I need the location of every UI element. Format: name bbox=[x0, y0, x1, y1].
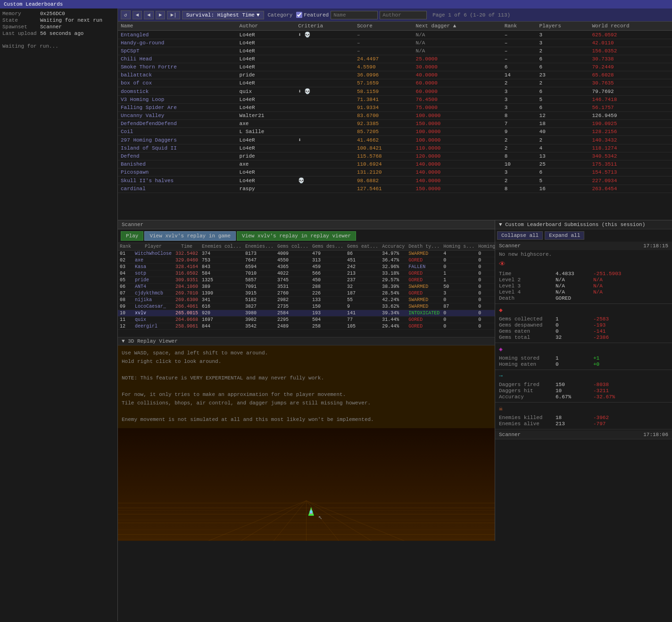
time-label: Time bbox=[499, 271, 556, 277]
cell-name: DefendDefendDefend bbox=[118, 120, 237, 128]
scores-col-homing-s[interactable]: Homing s... bbox=[441, 243, 476, 251]
name-input[interactable] bbox=[331, 11, 378, 19]
table-row[interactable]: 297 Homing Daggers Lo4eR ⬇ 41.4662 100.0… bbox=[118, 136, 672, 144]
replay-game-button[interactable]: View xvlv's replay in game bbox=[144, 231, 236, 241]
score-homing-e: 0 bbox=[476, 310, 495, 317]
scores-col-enemies[interactable]: Enemies... bbox=[243, 243, 275, 251]
table-row[interactable]: Entangled Lo4eR ⬇ 💀 – N/A – 3 625.0592 bbox=[118, 31, 672, 39]
list-item[interactable]: 12 deergirl 258.9061 844 3542 2489 258 1… bbox=[118, 323, 495, 330]
list-item[interactable]: 05 pride 309.9351 1325 5857 3745 450 237… bbox=[118, 277, 495, 284]
list-item[interactable]: 08 nijika 269.6300 341 5182 2982 133 55 … bbox=[118, 297, 495, 303]
next-button[interactable]: ► bbox=[156, 11, 166, 19]
cell-wr: 42.0110 bbox=[589, 39, 672, 47]
scores-col-death[interactable]: Death ty... bbox=[407, 243, 441, 251]
table-row[interactable]: SpCSpT Lo4eR – N/A – 2 156.0352 bbox=[118, 47, 672, 55]
table-row[interactable]: Skull II's halves Lo4eR 💀 98.6882 140.00… bbox=[118, 177, 672, 185]
list-item[interactable]: 07 cjdykthmcb 269.7010 1390 3915 2760 22… bbox=[118, 290, 495, 297]
col-players[interactable]: Players bbox=[537, 22, 589, 31]
scores-col-accuracy[interactable]: Accuracy bbox=[380, 243, 407, 251]
featured-checkbox[interactable] bbox=[296, 12, 302, 18]
cell-author: Lo4eR bbox=[237, 31, 296, 39]
scores-col-gems-eat[interactable]: Gems eat... bbox=[345, 243, 380, 251]
table-row[interactable]: doomstick quix ⬇ 💀 58.1159 60.0000 3 6 7… bbox=[118, 87, 672, 96]
table-row[interactable]: Handy-go-round Lo4eR – N/A – 3 42.0110 bbox=[118, 39, 672, 47]
col-next-dagger[interactable]: Next dagger ▲ bbox=[413, 22, 502, 31]
survival-dropdown[interactable]: Survival: Highest Time ▼ bbox=[182, 11, 264, 19]
list-item[interactable]: 02 axe 329.0460 753 7647 4550 313 451 36… bbox=[118, 257, 495, 264]
table-row[interactable]: Picospawn Lo4eR 131.2120 140.0000 3 6 15… bbox=[118, 168, 672, 177]
last-button[interactable]: ►| bbox=[167, 11, 180, 19]
table-row[interactable]: ballattack pride 36.0996 40.0000 14 23 6… bbox=[118, 71, 672, 79]
score-time: 264.0668 bbox=[174, 317, 200, 323]
collapse-all-button[interactable]: Collapse all bbox=[497, 231, 543, 240]
daggers-hit-label: Daggers hit bbox=[499, 388, 556, 394]
list-item[interactable]: 03 Kasa 328.4164 843 6594 4365 459 242 3… bbox=[118, 264, 495, 270]
table-row[interactable]: box of cox Lo4eR 57.1659 60.0000 2 2 30.… bbox=[118, 79, 672, 87]
cell-name: Smoke Thorn Fortre bbox=[118, 63, 237, 71]
viewer-3d-header: ▼ 3D Replay Viewer bbox=[118, 337, 495, 345]
col-rank[interactable]: Rank bbox=[502, 22, 537, 31]
featured-checkbox-label[interactable]: Featured bbox=[296, 12, 329, 18]
floor-3d[interactable]: ↖ bbox=[118, 428, 495, 541]
replay-viewer-button[interactable]: View xvlv's replay in replay viewer bbox=[237, 231, 356, 241]
scores-col-gems-col[interactable]: Gems col... bbox=[275, 243, 310, 251]
cell-next-dagger: 150.0000 bbox=[413, 120, 502, 128]
list-item[interactable]: 04 sotp 316.0502 584 7010 4022 566 213 3… bbox=[118, 270, 495, 277]
table-row[interactable]: DefendDefendDefend axe 92.3385 150.0000 … bbox=[118, 120, 672, 128]
leaderboard-table-area: Name Author Criteria Score Next dagger ▲… bbox=[118, 22, 672, 220]
author-input[interactable] bbox=[380, 11, 427, 19]
table-row[interactable]: cardinal raspy 127.5461 150.0000 8 16 26… bbox=[118, 185, 672, 193]
score-time: 309.9351 bbox=[174, 277, 200, 284]
score-enemies: 7091 bbox=[243, 284, 275, 290]
prev-button[interactable]: ◄ bbox=[144, 11, 154, 19]
cell-name: Uncanny Valley bbox=[118, 112, 237, 120]
scores-col-rank[interactable]: Rank bbox=[118, 243, 133, 251]
col-author[interactable]: Author bbox=[237, 22, 296, 31]
col-world-record[interactable]: World record bbox=[589, 22, 672, 31]
scores-col-player[interactable]: Player bbox=[133, 243, 174, 251]
cell-author: pride bbox=[237, 152, 296, 160]
score-accuracy: 33.62% bbox=[380, 303, 407, 310]
scores-col-enemies-col[interactable]: Enemies col... bbox=[200, 243, 243, 251]
table-row[interactable]: Uncanny Valley Walter21 83.6700 100.0000… bbox=[118, 112, 672, 120]
cell-criteria bbox=[295, 96, 354, 104]
table-row[interactable]: V3 Homing Loop Lo4eR 71.3841 76.4500 3 5… bbox=[118, 96, 672, 104]
back-button[interactable]: ◄ bbox=[133, 11, 142, 19]
score-enemies-col: 1697 bbox=[200, 317, 243, 323]
table-row[interactable]: Island of Squid II Lo4eR 100.8421 110.00… bbox=[118, 144, 672, 152]
expand-all-button[interactable]: Expand all bbox=[545, 231, 584, 240]
score-gems-eat: 242 bbox=[345, 264, 380, 270]
scores-col-gems-des[interactable]: Gems des... bbox=[310, 243, 345, 251]
cell-next-dagger: N/A bbox=[413, 31, 502, 39]
score-enemies-col: 844 bbox=[200, 323, 243, 330]
refresh-button[interactable]: ↺ bbox=[121, 10, 131, 19]
list-item[interactable]: 01 WitchWhoClose 332.5402 374 8173 4009 … bbox=[118, 251, 495, 257]
cell-players: 3 bbox=[537, 31, 589, 39]
gems-collected-value: 1 bbox=[556, 316, 593, 322]
col-name[interactable]: Name bbox=[118, 22, 237, 31]
cell-criteria bbox=[295, 168, 354, 177]
table-row[interactable]: Banished axe 110.6924 140.0000 10 25 175… bbox=[118, 160, 672, 168]
table-row[interactable]: Falling Spider Are Lo4eR 91.9334 75.0000… bbox=[118, 104, 672, 112]
homing-eaten-value: 0 bbox=[556, 361, 593, 367]
col-score[interactable]: Score bbox=[354, 22, 413, 31]
cell-wr: 79.7692 bbox=[589, 87, 672, 96]
homing-icon: ◈ bbox=[495, 344, 672, 354]
table-row[interactable]: Chili Head Lo4eR 24.4497 25.0000 – 6 30.… bbox=[118, 55, 672, 63]
list-item[interactable]: 06 ANT4 284.1060 389 7091 3531 288 32 38… bbox=[118, 284, 495, 290]
cell-wr: 79.2449 bbox=[589, 63, 672, 71]
list-item[interactable]: 09 LocoCaesar_ 266.4061 616 3827 2735 15… bbox=[118, 303, 495, 310]
table-row[interactable]: Coil L Saille 85.7205 100.0000 9 40 128.… bbox=[118, 128, 672, 136]
table-row[interactable]: Defend pride 115.5768 120.0000 8 13 340.… bbox=[118, 152, 672, 160]
scores-col-homing-e[interactable]: Homing e... bbox=[476, 243, 495, 251]
homing-eaten-label: Homing eaten bbox=[499, 361, 556, 367]
play-button[interactable]: Play bbox=[121, 231, 143, 241]
list-item[interactable]: 11 quix 264.0668 1697 3902 2295 504 77 3… bbox=[118, 317, 495, 323]
list-item[interactable]: 10 xvlv 265.0015 920 3980 2584 193 141 3… bbox=[118, 310, 495, 317]
score-death: GORED bbox=[407, 257, 441, 264]
score-enemies: 3827 bbox=[243, 303, 275, 310]
table-row[interactable]: Smoke Thorn Fortre Lo4eR 4.5590 30.0000 … bbox=[118, 63, 672, 71]
col-criteria[interactable]: Criteria bbox=[295, 22, 354, 31]
score-enemies-col: 1390 bbox=[200, 290, 243, 297]
scores-col-time[interactable]: Time bbox=[174, 243, 200, 251]
